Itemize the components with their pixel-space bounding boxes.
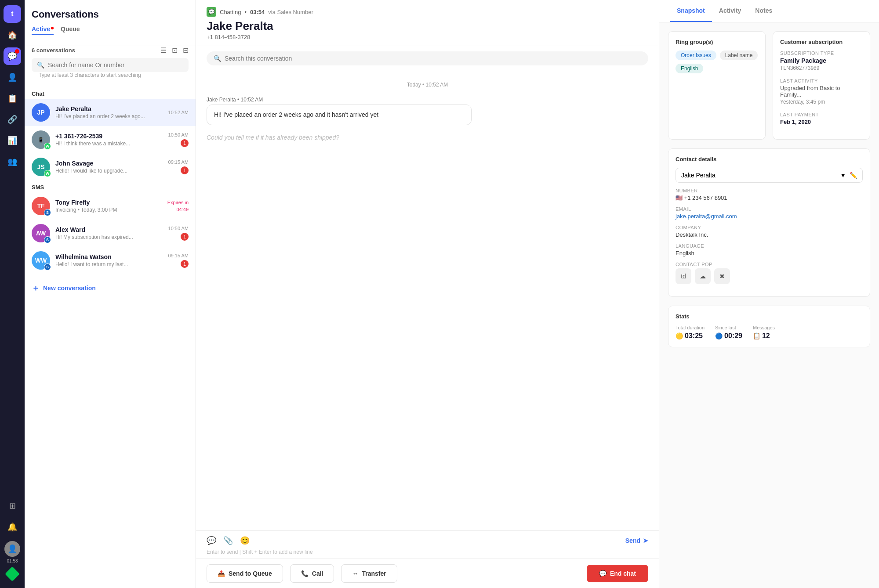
chat-search-inner: 🔍: [207, 51, 648, 65]
stat-total-duration-value: 🟡 03:25: [676, 332, 705, 340]
contact-pop-icons: td ☁ ✖: [676, 268, 863, 284]
expires-label: Expires in: [167, 200, 189, 205]
contact-pop-cloud[interactable]: ☁: [695, 268, 711, 284]
conv-item-alex-ward[interactable]: AW S Alex Ward Hi! My subscription has e…: [25, 220, 196, 247]
sidebar-header: Conversations Active Queue: [25, 0, 196, 46]
chat-timer: 03:54: [250, 9, 265, 15]
message-placeholder: Could you tell me if it has already been…: [207, 130, 648, 144]
language-value: English: [676, 250, 863, 256]
nav-teams[interactable]: 👥: [4, 153, 21, 170]
conv-time: 10:50 AM: [168, 132, 189, 137]
nav-logo[interactable]: t: [4, 5, 21, 23]
conv-item-jake-peralta[interactable]: JP Jake Peralta Hi! I've placed an order…: [25, 99, 196, 126]
main-chat: 💬 Chatting • 03:54 via Sales Number Jake…: [196, 0, 659, 588]
message-bubble: Hi! I've placed an order 2 weeks ago and…: [207, 105, 472, 125]
sms-icon: S: [44, 209, 51, 216]
conv-meta: 09:15 AM 1: [168, 253, 189, 268]
conv-body: Tony Firefly Invoicing • Today, 3:00 PM: [55, 199, 162, 213]
user-avatar[interactable]: 👤: [4, 541, 20, 557]
chat-search-input[interactable]: [225, 55, 641, 62]
tab-queue[interactable]: Queue: [61, 25, 80, 35]
stat-since-last: Since last 🔵 00:29: [715, 325, 742, 340]
nav-links[interactable]: 🔗: [4, 111, 21, 128]
nav-grid[interactable]: ⊞: [4, 497, 21, 515]
last-activity-value: Upgraded from Basic to Family...: [780, 85, 863, 98]
contact-details-card: Contact details Jake Peralta ▼ ✏️ Number…: [668, 148, 870, 297]
conv-meta: 10:52 AM: [168, 110, 189, 115]
end-chat-button[interactable]: 💬 End chat: [587, 565, 648, 582]
chat-input-toolbar: 💬 📎 😊 Send ➤: [207, 536, 648, 545]
transfer-button[interactable]: ↔ Transfer: [341, 564, 397, 583]
emoji-icon[interactable]: 😊: [240, 536, 250, 545]
conv-time: 10:50 AM: [168, 226, 189, 231]
nav-reports[interactable]: 📊: [4, 132, 21, 149]
transfer-icon: ↔: [352, 570, 358, 577]
tag-label-name[interactable]: Label name: [720, 51, 758, 60]
end-chat-icon: 💬: [599, 570, 607, 577]
template-icon[interactable]: 💬: [207, 536, 216, 545]
conv-name: Tony Firefly: [55, 199, 162, 206]
subscription-type-value: Family Package: [780, 57, 863, 64]
nav-tasks[interactable]: 📋: [4, 90, 21, 107]
send-arrow-icon: ➤: [643, 537, 648, 544]
stat-messages-label: Messages: [753, 325, 775, 330]
conv-preview: Hi! I think there was a mistake...: [55, 141, 163, 147]
dropdown-chevron-icon[interactable]: ▼: [840, 172, 846, 179]
conv-item-john-savage[interactable]: JS W John Savage Hello! I would like to …: [25, 153, 196, 180]
queue-icon: 📤: [218, 570, 225, 577]
edit-icon[interactable]: ✏️: [850, 172, 857, 179]
attachment-icon[interactable]: 📎: [223, 536, 233, 545]
search-input[interactable]: [48, 61, 183, 69]
tab-notes[interactable]: Notes: [748, 0, 779, 22]
new-conversation-button[interactable]: ＋ New conversation: [32, 279, 189, 297]
conv-name: +1 361-726-2539: [55, 133, 163, 140]
whatsapp-icon: W: [44, 170, 51, 177]
last-payment-label: Last payment: [780, 112, 863, 117]
tag-order-issues[interactable]: Order Issues: [676, 51, 716, 60]
send-button[interactable]: Send ➤: [625, 537, 648, 544]
customer-subscription-title: Customer subscription: [780, 39, 863, 45]
list-view-icon[interactable]: ☰: [160, 46, 167, 54]
nav-contacts[interactable]: 👤: [4, 69, 21, 86]
conv-item-wilhelmina-watson[interactable]: WW S Wilhelmina Watson Hello! I want to …: [25, 247, 196, 274]
send-to-queue-button[interactable]: 📤 Send to Queue: [207, 564, 283, 583]
contact-pop-x[interactable]: ✖: [714, 268, 730, 284]
chat-status-row: 💬 Chatting • 03:54 via Sales Number: [207, 7, 648, 17]
ring-groups-card: Ring group(s) Order Issues Label name En…: [668, 31, 766, 140]
contact-dropdown[interactable]: Jake Peralta ▼ ✏️: [676, 168, 863, 183]
tab-activity[interactable]: Activity: [712, 0, 748, 22]
search-box: 🔍 Type at least 3 characters to start se…: [25, 58, 196, 87]
conv-item-unknown[interactable]: 📱 W +1 361-726-2539 Hi! I think there wa…: [25, 126, 196, 153]
bottom-action-bar: 📤 Send to Queue 📞 Call ↔ Transfer 💬 End …: [196, 559, 659, 588]
conv-body: +1 361-726-2539 Hi! I think there was a …: [55, 133, 163, 147]
tab-active[interactable]: Active: [32, 25, 54, 35]
contact-details-title: Contact details: [676, 156, 863, 162]
chat-header: 💬 Chatting • 03:54 via Sales Number Jake…: [196, 0, 659, 46]
conv-view-icons: ☰ ⊡ ⊟: [160, 46, 189, 54]
conv-preview: Invoicing • Today, 3:00 PM: [55, 207, 162, 213]
tag-english[interactable]: English: [676, 64, 703, 73]
whatsapp-icon: W: [44, 143, 51, 150]
call-button[interactable]: 📞 Call: [290, 564, 334, 583]
grid-view-icon[interactable]: ⊡: [172, 46, 178, 54]
filter-icon[interactable]: ⊟: [183, 46, 189, 54]
search-icon: 🔍: [214, 55, 221, 62]
sidebar-tabs: Active Queue: [32, 25, 189, 35]
messages-area: Today • 10:52 AM Jake Peralta • 10:52 AM…: [196, 71, 659, 530]
stats-card: Stats Total duration 🟡 03:25 Since last …: [668, 306, 870, 347]
chat-hint: Enter to send | Shift + Enter to add a n…: [207, 549, 648, 555]
nav-bell[interactable]: 🔔: [4, 518, 21, 536]
nav-conversations[interactable]: 💬: [4, 47, 21, 65]
nav-home[interactable]: 🏠: [4, 26, 21, 44]
conv-time: 09:15 AM: [168, 253, 189, 258]
conv-item-tony-firefly[interactable]: TF S Tony Firefly Invoicing • Today, 3:0…: [25, 192, 196, 220]
subscription-type-section: Subscription type Family Package TLN3662…: [780, 51, 863, 71]
status-indicator[interactable]: [5, 566, 20, 581]
active-dot: [51, 27, 54, 29]
snapshot-top-row: Ring group(s) Order Issues Label name En…: [668, 31, 870, 140]
stats-row: Total duration 🟡 03:25 Since last 🔵 00:2…: [676, 325, 863, 340]
contact-pop-td[interactable]: td: [676, 268, 691, 284]
tab-snapshot[interactable]: Snapshot: [670, 0, 712, 22]
email-value[interactable]: jake.peralta@gmail.com: [676, 213, 863, 220]
chat-via: via Sales Number: [268, 9, 313, 15]
